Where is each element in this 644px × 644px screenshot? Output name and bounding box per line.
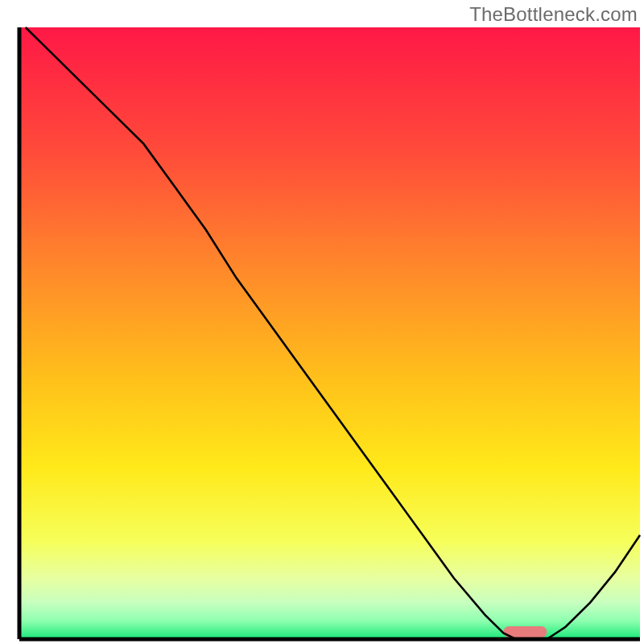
svg-rect-0 xyxy=(19,27,640,639)
watermark-text: TheBottleneck.com xyxy=(469,3,638,26)
bottleneck-chart xyxy=(0,0,644,644)
chart-stage: TheBottleneck.com xyxy=(0,0,644,644)
